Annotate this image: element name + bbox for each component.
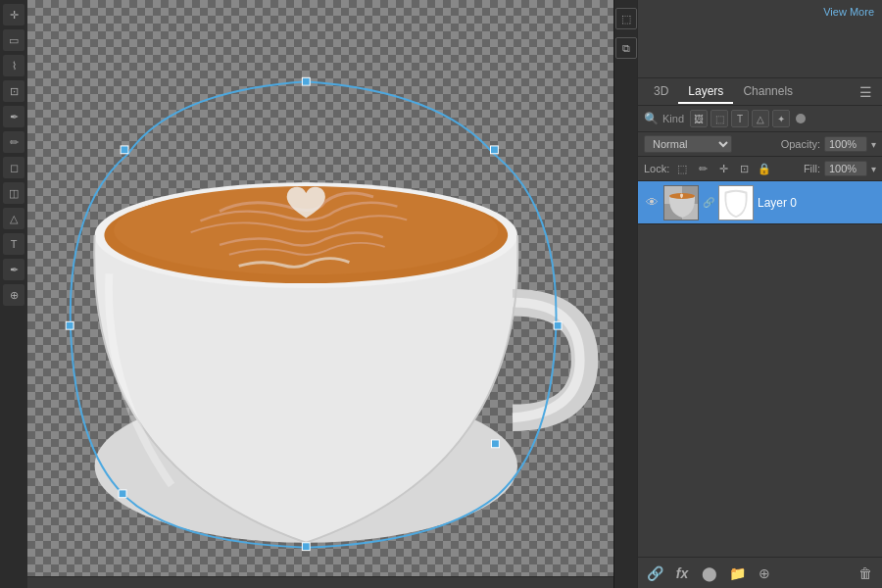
eyedropper-tool[interactable]: ✒ [3, 106, 24, 127]
blend-mode-select[interactable]: Normal Dissolve Multiply Screen Overlay [644, 135, 732, 153]
right-panel: View More 3D Layers Channels ☰ 🔍 Kind 🖼 … [637, 0, 882, 588]
tab-channels[interactable]: Channels [733, 80, 803, 104]
pen-tool[interactable]: ✒ [3, 259, 24, 280]
svg-rect-12 [302, 543, 310, 551]
svg-rect-8 [66, 321, 74, 329]
crop-tool[interactable]: ⊡ [3, 80, 24, 102]
svg-rect-6 [302, 77, 310, 85]
lock-label: Lock: [644, 163, 669, 174]
view-more-link[interactable]: View More [823, 6, 874, 18]
panel-icon-1[interactable]: ⬚ [615, 8, 637, 29]
filter-row: 🔍 Kind 🖼 ⬚ T △ ✦ [638, 106, 882, 132]
svg-rect-7 [491, 146, 499, 154]
fill-label: Fill: [804, 163, 820, 174]
fill-arrow[interactable]: ▾ [871, 164, 876, 174]
new-layer-button[interactable]: ⊕ [754, 563, 775, 584]
delete-layer-button[interactable]: 🗑 [855, 563, 876, 584]
canvas-content[interactable] [27, 0, 613, 576]
new-fill-button[interactable]: ⬤ [699, 563, 720, 584]
layers-panel: 3D Layers Channels ☰ 🔍 Kind 🖼 ⬚ T △ ✦ No… [638, 78, 882, 588]
svg-rect-11 [491, 440, 499, 448]
layer-mask-svg [719, 185, 753, 220]
layer-name: Layer 0 [758, 196, 876, 210]
filter-adjust-icon[interactable]: ⬚ [710, 110, 728, 127]
lock-icons: ⬚ ✏ ✛ ⊡ 🔒 [673, 160, 773, 177]
tab-layers[interactable]: Layers [678, 80, 733, 104]
canvas-area [27, 0, 613, 588]
layer-row[interactable]: 👁 🔗 [638, 181, 882, 224]
link-layers-button[interactable]: 🔗 [644, 563, 665, 584]
fill-input[interactable] [824, 161, 867, 176]
filter-smart-icon[interactable]: ✦ [772, 110, 790, 127]
layer-link-icon: 🔗 [703, 197, 714, 208]
svg-rect-9 [554, 321, 562, 329]
filter-shape-icon[interactable]: △ [752, 110, 769, 127]
zoom-tool[interactable]: ⊕ [3, 284, 24, 306]
lock-position-btn[interactable]: ✛ [714, 160, 732, 177]
lock-image-btn[interactable]: ✏ [694, 160, 711, 177]
move-tool[interactable]: ✛ [3, 4, 24, 25]
lasso-tool[interactable]: ⌇ [3, 55, 24, 76]
select-tool[interactable]: ▭ [3, 29, 24, 51]
lock-row: Lock: ⬚ ✏ ✛ ⊡ 🔒 Fill: ▾ [638, 157, 882, 181]
layers-bottom-toolbar: 🔗 fx ⬤ 📁 ⊕ 🗑 [638, 557, 882, 588]
tabs-row: 3D Layers Channels ☰ [638, 78, 882, 106]
opacity-arrow[interactable]: ▾ [871, 139, 876, 150]
layer-mask-thumbnail [718, 185, 754, 220]
fx-button[interactable]: fx [671, 563, 693, 584]
lock-all-btn[interactable]: 🔒 [756, 160, 773, 177]
filter-icons: 🖼 ⬚ T △ ✦ [690, 110, 790, 127]
eraser-tool[interactable]: ◻ [3, 157, 24, 178]
filter-search-icon: 🔍 [644, 112, 659, 125]
brush-tool[interactable]: ✏ [3, 131, 24, 153]
filter-active-indicator [796, 114, 806, 123]
filter-text-icon[interactable]: T [731, 110, 749, 127]
lock-pixels-btn[interactable]: ⬚ [673, 160, 691, 177]
shape-tool[interactable]: △ [3, 208, 24, 229]
svg-rect-5 [121, 146, 128, 154]
panel-icon-2[interactable]: ⧉ [615, 37, 637, 59]
panel-icon-col: ⬚ ⧉ [613, 0, 637, 588]
filter-kind-label: Kind [662, 113, 684, 124]
tabs-menu-button[interactable]: ☰ [856, 84, 876, 100]
horizontal-scrollbar[interactable] [27, 576, 613, 588]
coffee-cup-image [27, 0, 613, 576]
layer-thumbnail [663, 185, 699, 220]
tab-3d[interactable]: 3D [644, 80, 678, 104]
lock-artboard-btn[interactable]: ⊡ [735, 160, 753, 177]
blend-row: Normal Dissolve Multiply Screen Overlay … [638, 132, 882, 157]
gradient-tool[interactable]: ◫ [3, 182, 24, 204]
panel-top-section: View More [638, 0, 882, 78]
layer-thumb-svg [664, 186, 699, 220]
layer-visibility-button[interactable]: 👁 [644, 195, 660, 211]
layers-list: 👁 🔗 [638, 181, 882, 557]
opacity-input[interactable] [824, 136, 867, 152]
text-tool[interactable]: T [3, 233, 24, 255]
left-toolbar: ✛ ▭ ⌇ ⊡ ✒ ✏ ◻ ◫ △ T ✒ ⊕ [0, 0, 27, 588]
opacity-label: Opacity: [781, 138, 820, 150]
svg-rect-10 [119, 490, 126, 498]
group-button[interactable]: 📁 [726, 563, 748, 584]
filter-pixel-icon[interactable]: 🖼 [690, 110, 708, 127]
